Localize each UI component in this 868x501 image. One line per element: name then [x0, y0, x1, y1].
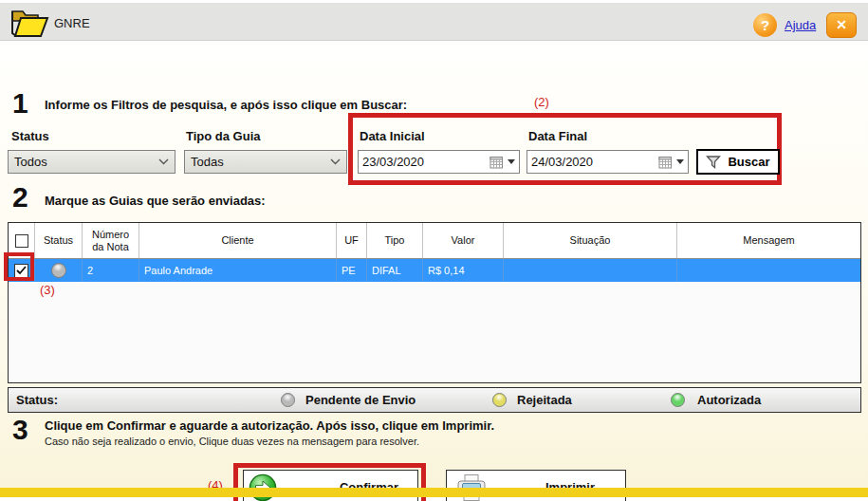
header-cell-situacao: Situação — [504, 223, 677, 258]
step2-instruction: Marque as Guias que serão enviadas: — [45, 194, 266, 208]
status-filter-value: Todos — [14, 155, 158, 169]
row-valor-cell: R$ 0,14 — [423, 259, 504, 282]
chevron-down-icon — [330, 158, 341, 165]
row-situacao-cell — [504, 259, 677, 282]
title-bar: GNRE ? Ajuda ✕ — [0, 3, 868, 41]
tipo-guia-filter-select[interactable]: Todas — [184, 150, 347, 174]
gnre-window: GNRE ? Ajuda ✕ 1 Informe os Filtros de p… — [0, 0, 868, 501]
row-uf-cell: PE — [337, 259, 367, 282]
table-header-row: Status Número da Nota Cliente UF Tipo Va… — [9, 223, 860, 259]
data-final-value: 24/03/2020 — [531, 155, 658, 169]
date-dropdown-arrow-icon[interactable] — [676, 159, 684, 164]
step3-note: Caso não seja realizado o envio, Clique … — [45, 436, 419, 447]
calendar-icon — [658, 156, 673, 169]
pendente-status-icon — [281, 393, 295, 407]
data-inicial-label: Data Inicial — [360, 129, 425, 143]
table-row[interactable]: 2 Paulo Andrade PE DIFAL R$ 0,14 — [9, 259, 860, 282]
row-tipo-cell: DIFAL — [367, 259, 423, 282]
status-pendente-icon — [51, 263, 66, 278]
header-cell-status: Status — [35, 223, 83, 258]
chevron-down-icon — [158, 158, 169, 165]
calendar-icon — [489, 156, 504, 169]
row-status-cell — [35, 259, 83, 282]
data-final-label: Data Final — [528, 129, 587, 143]
step1-instruction: Informe os Filtros de pesquisa, e após i… — [45, 98, 407, 112]
select-all-checkbox[interactable] — [15, 234, 28, 248]
date-dropdown-arrow-icon[interactable] — [508, 159, 515, 164]
tipo-guia-filter-value: Todas — [191, 155, 330, 169]
close-icon[interactable]: ✕ — [826, 12, 857, 38]
legend-rejeitada-label: Rejeitada — [517, 393, 572, 407]
header-numero-line2: da Nota — [92, 241, 129, 253]
data-final-input[interactable]: 24/03/2020 — [526, 150, 689, 174]
header-cell-cliente: Cliente — [139, 223, 337, 258]
header-cell-valor: Valor — [423, 223, 504, 258]
autorizada-status-icon — [671, 393, 685, 407]
bottom-yellow-bar — [0, 488, 868, 497]
buscar-button[interactable]: Buscar — [696, 149, 780, 175]
legend-pendente-label: Pendente de Envio — [305, 393, 416, 407]
data-inicial-input[interactable]: 23/03/2020 — [358, 150, 520, 174]
guias-table: Status Número da Nota Cliente UF Tipo Va… — [8, 222, 861, 383]
header-cell-mensagem: Mensagem — [677, 223, 860, 258]
step3-number: 3 — [12, 416, 28, 444]
tipo-guia-filter-label: Tipo da Guia — [186, 129, 261, 143]
row-cliente-cell: Paulo Andrade — [139, 259, 337, 282]
annotation-box-checkbox — [4, 252, 34, 281]
window-title: GNRE — [54, 16, 90, 30]
row-numero-cell: 2 — [83, 259, 139, 282]
filter-funnel-icon — [706, 156, 721, 169]
header-numero-line1: Número — [92, 229, 129, 241]
status-legend: Status: Pendente de Envio Rejeitada Auto… — [8, 387, 861, 413]
status-filter-select[interactable]: Todos — [8, 150, 175, 174]
main-content: 1 Informe os Filtros de pesquisa, e após… — [0, 42, 868, 488]
buscar-button-label: Buscar — [728, 155, 769, 169]
step3-instruction: Clique em Confirmar e aguarde a autoriza… — [45, 418, 494, 433]
legend-title: Status: — [16, 393, 58, 407]
header-cell-tipo: Tipo — [367, 223, 423, 258]
help-link[interactable]: Ajuda — [785, 18, 816, 32]
status-filter-label: Status — [11, 129, 49, 143]
step2-number: 2 — [12, 183, 28, 212]
data-inicial-value: 23/03/2020 — [362, 155, 489, 169]
rejeitada-status-icon — [492, 393, 507, 407]
legend-autorizada-label: Autorizada — [697, 393, 761, 407]
help-icon[interactable]: ? — [753, 13, 777, 37]
folder-icon — [10, 7, 49, 43]
header-cell-numero: Número da Nota — [83, 223, 139, 258]
annotation-2: (2) — [534, 95, 549, 109]
row-mensagem-cell — [677, 259, 860, 282]
step1-number: 1 — [12, 89, 28, 118]
annotation-3: (3) — [40, 283, 55, 297]
header-cell-uf: UF — [337, 223, 367, 258]
